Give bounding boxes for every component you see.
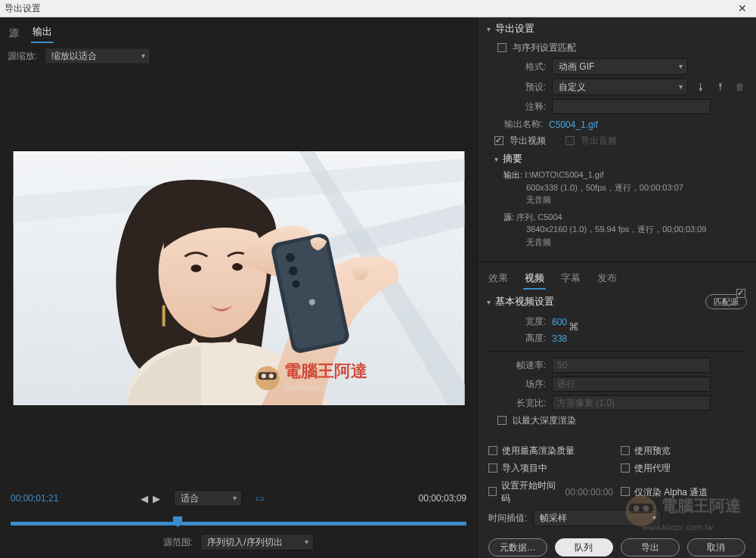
export-audio-checkbox — [565, 136, 575, 145]
alpha-only-label: 仅渲染 Alpha 通道 — [634, 486, 708, 499]
range-value: 序列切入/序列切出 — [207, 536, 282, 549]
summary-title: 摘要 — [503, 152, 522, 166]
playhead-timecode[interactable]: 00;00;01;21 — [11, 493, 58, 504]
fps-label: 帧速率: — [503, 359, 546, 372]
fit-value: 适合 — [181, 492, 199, 505]
format-select[interactable]: 动画 GIF — [552, 58, 688, 75]
preview-watermark-url: /www.kocpc.com.tw — [284, 382, 362, 392]
summary-src-name: 序列, C5004 — [516, 212, 562, 222]
order-select: 逐行 — [552, 377, 711, 392]
range-label: 源范围: — [163, 536, 193, 549]
preview-frame: 電腦王阿達 /www.kocpc.com.tw — [12, 150, 466, 406]
svg-point-2 — [191, 265, 201, 272]
max-quality-checkbox[interactable] — [488, 446, 497, 455]
fps-select: 50 — [552, 358, 711, 373]
par-select: 方形像素 (1.0) — [552, 395, 711, 411]
export-title: 导出设置 — [495, 22, 534, 36]
scale-value: 缩放以适合 — [51, 50, 97, 63]
order-value: 逐行 — [557, 378, 575, 391]
set-timecode-checkbox[interactable] — [488, 487, 497, 496]
import-preset-icon[interactable]: ⭱ — [714, 80, 727, 94]
range-select[interactable]: 序列切入/序列切出 — [200, 534, 314, 550]
interp-value: 帧采样 — [540, 512, 567, 525]
summary-out-audio: 无音频 — [526, 195, 551, 204]
export-video-checkbox[interactable] — [494, 136, 503, 145]
par-value: 方形像素 (1.0) — [557, 397, 615, 410]
interp-label: 时间插值: — [488, 512, 527, 525]
queue-button[interactable]: 队列 — [555, 538, 614, 556]
export-audio-label: 导出音频 — [581, 135, 617, 147]
interp-select[interactable]: 帧采样 — [533, 510, 662, 526]
match-sequence-checkbox[interactable] — [497, 43, 507, 52]
svg-point-14 — [268, 374, 273, 378]
import-project-checkbox[interactable] — [488, 463, 497, 473]
tab-output[interactable]: 输出 — [31, 22, 54, 43]
start-timecode-value[interactable]: 00:00:00:00 — [565, 487, 613, 498]
cancel-button[interactable]: 取消 — [687, 538, 746, 556]
use-proxy-label: 使用代理 — [634, 462, 671, 475]
preset-value: 自定义 — [559, 81, 586, 94]
comment-label: 注释: — [503, 101, 546, 113]
preset-label: 预设: — [503, 81, 546, 94]
link-dimensions-icon[interactable]: ⌘ — [569, 321, 579, 333]
next-frame-icon[interactable]: ▶ — [153, 493, 160, 504]
chevron-down-icon: ▾ — [494, 155, 498, 163]
set-timecode-label: 设置开始时间码 — [501, 479, 558, 505]
par-label: 长宽比: — [503, 397, 546, 410]
use-proxy-checkbox[interactable] — [621, 463, 630, 473]
fps-value: 50 — [557, 360, 567, 370]
preview-watermark-text: 電腦王阿達 — [284, 361, 367, 380]
summary-out-label: 输出: — [503, 170, 522, 179]
aspect-icon[interactable]: ▭ — [256, 493, 264, 504]
height-label: 高度: — [503, 332, 546, 345]
tab-source[interactable]: 源 — [8, 23, 20, 43]
preview-area: 電腦王阿達 /www.kocpc.com.tw — [0, 69, 477, 487]
tab-effects[interactable]: 效果 — [487, 268, 510, 290]
comment-input[interactable] — [552, 99, 711, 114]
metadata-button[interactable]: 元数据… — [488, 538, 547, 556]
summary-src-size: 3840x2160 (1.0)，59.94 fps，逐行，00;00;03;09 — [526, 225, 706, 234]
timeline[interactable] — [11, 510, 466, 531]
duration-timecode: 00;00;03;09 — [419, 493, 466, 504]
match-sequence-label: 与序列设置匹配 — [513, 42, 576, 54]
preset-select[interactable]: 自定义 — [552, 79, 688, 95]
par-match-checkbox[interactable] — [736, 289, 745, 298]
svg-rect-12 — [258, 372, 276, 380]
width-label: 宽度: — [503, 315, 546, 328]
output-name-link[interactable]: C5004_1.gif — [549, 119, 598, 130]
svg-rect-4 — [162, 305, 165, 326]
export-video-label: 导出视频 — [510, 135, 546, 147]
use-preview-label: 使用预览 — [634, 445, 671, 457]
max-quality-label: 使用最高渲染质量 — [502, 445, 575, 457]
timeline-track[interactable] — [11, 522, 466, 525]
scale-select[interactable]: 缩放以适合 — [45, 48, 150, 64]
close-icon[interactable]: ✕ — [733, 2, 751, 14]
tab-video[interactable]: 视频 — [523, 268, 546, 290]
tab-captions[interactable]: 字幕 — [559, 268, 582, 290]
export-button[interactable]: 导出 — [621, 538, 680, 556]
preview-image: 電腦王阿達 /www.kocpc.com.tw — [13, 151, 465, 405]
alpha-only-checkbox[interactable] — [621, 487, 630, 496]
format-label: 格式: — [503, 60, 546, 73]
summary-block: 输出: I:\MOTO\C5004_1.gif 600x338 (1.0)，50… — [503, 169, 747, 248]
summary-out-size: 600x338 (1.0)，50fps，逐行，00:00:03:07 — [526, 183, 683, 192]
summary-out-path: I:\MOTO\C5004_1.gif — [525, 170, 603, 179]
delete-preset-icon[interactable]: 🗑 — [733, 80, 747, 94]
save-preset-icon[interactable]: ⭳ — [694, 80, 708, 94]
prev-frame-icon[interactable]: ◀ — [141, 493, 148, 504]
basic-video-title: 基本视频设置 — [495, 295, 554, 308]
tab-publish[interactable]: 发布 — [596, 268, 618, 290]
max-depth-checkbox[interactable] — [497, 416, 507, 425]
window-title: 导出设置 — [5, 2, 41, 15]
summary-src-audio: 无音频 — [526, 237, 551, 246]
format-value: 动画 GIF — [559, 60, 594, 73]
scale-label: 源缩放: — [8, 50, 37, 63]
chevron-down-icon: ▾ — [487, 298, 491, 306]
svg-point-13 — [261, 374, 265, 378]
use-preview-checkbox[interactable] — [621, 446, 630, 455]
height-value[interactable]: 338 — [552, 333, 567, 344]
fit-select[interactable]: 适合 — [174, 490, 242, 507]
chevron-down-icon: ▾ — [487, 25, 491, 33]
export-settings-head[interactable]: ▾ 导出设置 — [487, 22, 747, 36]
width-value[interactable]: 600 — [552, 317, 567, 327]
